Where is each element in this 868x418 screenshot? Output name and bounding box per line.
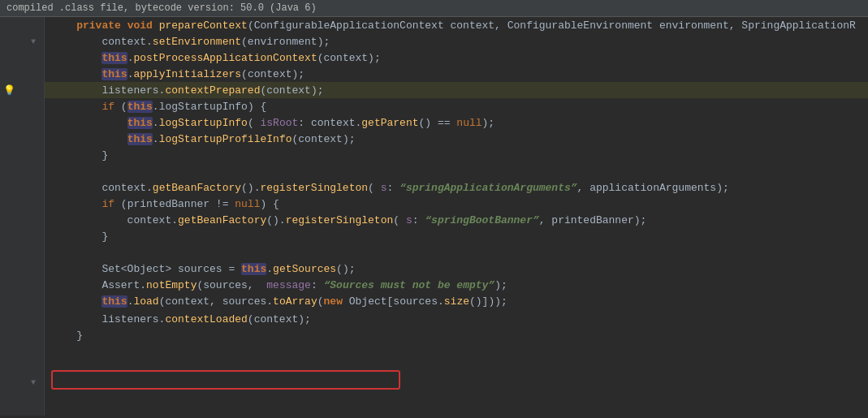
lightbulb-icon[interactable]: 💡: [3, 84, 15, 97]
method-setenv: setEnvironment: [153, 36, 241, 48]
close-brace-1: }: [51, 149, 108, 162]
gutter-line-20: ▼: [0, 374, 44, 390]
code-content: private void prepareContext (Configurabl…: [45, 17, 868, 416]
this-highlight-1: this: [101, 52, 127, 64]
code-line-18: this . load (context, sources. toArray (…: [45, 293, 868, 309]
code-line-16: Set<Object> sources = this . getSources …: [45, 261, 868, 277]
method-logstartup: logStartupInfo: [159, 117, 248, 129]
indent-8: [51, 133, 127, 145]
gutter-line-12: [0, 212, 44, 228]
indent-5: listeners.: [51, 84, 165, 97]
indent-7: [51, 117, 127, 129]
ctx5: (context);: [248, 313, 311, 325]
indent-6: [51, 101, 101, 113]
method-regsing2: registerSingleton: [286, 214, 394, 226]
close-ne: );: [494, 279, 507, 291]
code-line-7: this . logStartupInfo ( isRoot : context…: [45, 114, 868, 131]
dot6: .: [266, 263, 273, 275]
str-springbanner: “springBootBanner”: [425, 214, 538, 226]
indent-1: [51, 19, 76, 32]
dot2: .: [127, 68, 134, 80]
indent-18: [51, 295, 101, 308]
method-post: postProcessApplicationContext: [133, 52, 317, 64]
colon-msg: :: [311, 279, 324, 291]
param-s2: s: [406, 214, 412, 226]
fold-icon-2[interactable]: ▼: [31, 378, 36, 387]
ctx1: (context);: [317, 52, 381, 64]
code-line-6: if ( this . logStartupInfo) {: [45, 98, 868, 114]
indent-2: context.: [51, 36, 153, 48]
gutter-line-4: [0, 66, 44, 82]
gutter-line-5: 💡: [0, 82, 44, 98]
paren-s1: (: [368, 182, 381, 194]
this-highlight-5: this: [127, 133, 153, 145]
paren-s2: (: [393, 214, 406, 226]
kw-if: if: [101, 101, 120, 113]
paren-load: (context, sources.: [159, 295, 273, 308]
code-line-14: }: [45, 228, 868, 244]
str-springargs: “springApplicationArguments”: [399, 182, 577, 194]
param-s1: s: [381, 182, 387, 194]
gutter-line-9: [0, 147, 44, 163]
method-name: prepareContext: [159, 19, 248, 32]
kw-if2: if: [101, 198, 120, 210]
this-highlight-6: this: [241, 263, 266, 275]
dot4: .: [153, 117, 159, 129]
top-bar: compiled .class file, bytecode version: …: [0, 0, 868, 17]
code-line-empty2: [45, 244, 868, 261]
paren-log: (: [248, 117, 261, 129]
method-getbf1: getBeanFactory: [153, 182, 241, 194]
method-logprofile: logStartupProfileInfo: [159, 133, 292, 145]
code-line-8: this . logStartupProfileInfo (context);: [45, 131, 868, 147]
code-line-9: }: [45, 147, 868, 163]
ctx3: (context);: [260, 84, 323, 97]
new-obj: (: [317, 295, 324, 308]
ctx4: (context);: [291, 133, 355, 145]
method-getparent: getParent: [361, 117, 418, 129]
gutter-line-18: [0, 325, 44, 342]
code-line-13: context. getBeanFactory (). registerSing…: [45, 212, 868, 228]
this-highlight-3: this: [127, 101, 153, 113]
method-apply: applyInitializers: [133, 68, 241, 80]
indent-11: context.: [51, 182, 153, 194]
gutter-line-10: [0, 163, 44, 179]
close-if2: ) {: [260, 198, 279, 210]
params: (ConfigurableApplicationContext context,…: [248, 19, 856, 32]
gutter-line-19: [0, 342, 44, 358]
code-line-20: }: [45, 327, 868, 343]
fold-icon[interactable]: ▼: [31, 37, 36, 46]
object-arr: Object[sources.: [349, 295, 444, 308]
gutter-line-1: [0, 17, 44, 33]
comma-s1: , applicationArguments);: [577, 182, 729, 194]
null-kw: null: [456, 117, 482, 129]
param-message: message: [266, 279, 311, 291]
comma-s2: , printedBanner);: [539, 214, 647, 226]
gutter-line-13: [0, 228, 44, 244]
paren-gs: ();: [336, 263, 355, 275]
gutter-line-7: [0, 114, 44, 131]
code-line-19: listeners. contextLoaded (context);: [45, 311, 868, 327]
dot-rs1: ().: [241, 182, 260, 194]
dot7: .: [127, 295, 134, 308]
this-highlight-4: this: [127, 117, 153, 129]
indent-19: listeners.: [51, 313, 165, 325]
gutter-line-empty1: [0, 196, 44, 212]
dot-rs2: ().: [266, 214, 285, 226]
colon-s1: :: [387, 182, 400, 194]
indent-3: [51, 52, 101, 64]
eq-null: () ==: [419, 117, 457, 129]
paren-ne: (sources,: [196, 279, 266, 291]
ctx2: (context);: [241, 68, 304, 80]
method-size: size: [444, 295, 469, 308]
this-highlight-7: this: [101, 295, 127, 308]
code-line-5: listeners. contextPrepared (context);: [45, 82, 868, 98]
gutter-line-17: [0, 309, 44, 325]
gutter-line-8: [0, 131, 44, 147]
method-getsources: getSources: [273, 263, 336, 275]
method-notempty: notEmpty: [146, 279, 196, 291]
line-gutter: ▼ 💡 ▼: [0, 17, 45, 416]
dot3: .: [153, 101, 159, 113]
indent-4: [51, 68, 101, 80]
dot1: .: [127, 52, 134, 64]
method-toarray: toArray: [273, 295, 317, 308]
